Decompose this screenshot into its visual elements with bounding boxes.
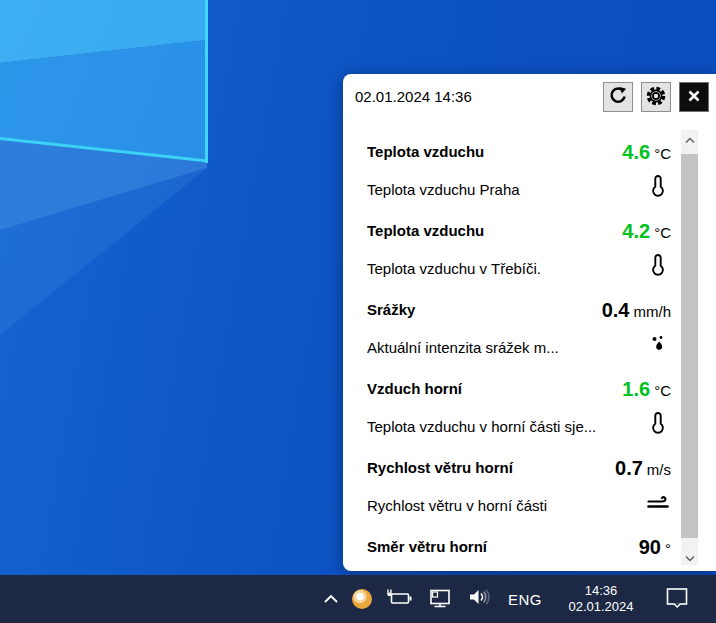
thermometer-icon — [645, 172, 671, 200]
tray-app-icon — [352, 589, 372, 609]
tray-app-button[interactable] — [352, 575, 372, 623]
sensor-row-vzduch-horni: Vzduch horní 1.6°C Teplota vzduchu v hor… — [367, 367, 671, 446]
sensor-row-smer-vetru: Směr větru horní 90° — [367, 525, 671, 571]
tray-show-hidden-icons[interactable] — [323, 575, 339, 623]
scrollbar-up-arrow[interactable] — [681, 130, 698, 147]
chevron-up-icon — [323, 590, 339, 608]
refresh-button[interactable] — [603, 82, 633, 112]
network-icon — [426, 586, 453, 613]
sensor-subtitle: Aktuální intenzita srážek m... — [367, 338, 559, 357]
battery-status[interactable] — [385, 575, 413, 623]
sensor-value-number: 0.4 — [602, 299, 630, 321]
sensor-value: 90° — [639, 536, 671, 559]
sensor-value-number: 4.2 — [622, 220, 650, 242]
sensor-value-unit: °C — [654, 145, 671, 162]
sensor-value-unit: m/s — [647, 461, 671, 478]
sensor-title: Rychlost větru horní — [367, 458, 513, 477]
action-center-button[interactable] — [664, 575, 690, 623]
scrollbar-thumb[interactable] — [681, 154, 698, 538]
taskbar-clock[interactable]: 14:36 02.01.2024 — [563, 575, 639, 623]
refresh-icon — [607, 85, 629, 110]
raindrops-icon — [645, 330, 671, 358]
sensor-value-unit: °C — [654, 224, 671, 241]
sensor-subtitle: Rychlost větru v horní části — [367, 496, 547, 515]
sensor-value: 0.7m/s — [615, 457, 671, 480]
sensor-value-unit: °C — [654, 382, 671, 399]
panel-scrollbar[interactable] — [681, 130, 698, 565]
sensor-value: 0.4mm/h — [602, 299, 671, 322]
sensor-row-srazky: Srážky 0.4mm/h Aktuální intenzita srážek… — [367, 288, 671, 367]
taskbar: ENG 14:36 02.01.2024 — [0, 575, 716, 623]
panel-header-buttons — [603, 82, 709, 112]
settings-button[interactable] — [641, 82, 671, 112]
battery-icon — [385, 586, 413, 612]
close-button[interactable] — [679, 82, 709, 112]
network-status[interactable] — [426, 575, 453, 623]
wind-icon — [645, 488, 671, 516]
action-center-icon — [664, 585, 690, 614]
sensor-subtitle: Teplota vzduchu v Třebíči. — [367, 259, 541, 278]
sensor-title: Vzduch horní — [367, 379, 462, 398]
taskbar-date: 02.01.2024 — [568, 599, 633, 615]
panel-datetime: 02.01.2024 14:36 — [355, 88, 472, 105]
sensor-value: 1.6°C — [622, 378, 671, 401]
sensor-title: Teplota vzduchu — [367, 142, 484, 161]
sensor-row-teplota-trebic: Teplota vzduchu 4.2°C Teplota vzduchu v … — [367, 209, 671, 288]
close-icon — [687, 89, 701, 106]
sensor-value-number: 0.7 — [615, 457, 643, 479]
thermometer-icon — [645, 409, 671, 437]
sensor-subtitle: Teplota vzduchu Praha — [367, 180, 520, 199]
sensor-value-number: 1.6 — [622, 378, 650, 400]
sensor-value-unit: mm/h — [634, 303, 672, 320]
sensor-row-teplota-praha: Teplota vzduchu 4.6°C Teplota vzduchu Pr… — [367, 130, 671, 209]
gear-icon — [644, 84, 668, 111]
sensor-value-unit: ° — [665, 540, 671, 557]
sensor-subtitle: Teplota vzduchu v horní části sje... — [367, 417, 596, 436]
sensor-value-number: 4.6 — [622, 141, 650, 163]
sensor-list: Teplota vzduchu 4.6°C Teplota vzduchu Pr… — [367, 130, 671, 571]
sensor-title: Směr větru horní — [367, 537, 487, 556]
language-indicator[interactable]: ENG — [508, 575, 542, 623]
sensor-value-number: 90 — [639, 536, 661, 558]
sensor-title: Srážky — [367, 300, 415, 319]
sensor-value: 4.2°C — [622, 220, 671, 243]
sensor-title: Teplota vzduchu — [367, 221, 484, 240]
volume-icon — [466, 586, 493, 612]
chevron-down-icon — [685, 548, 695, 566]
wallpaper-edge-vertical — [205, 0, 208, 163]
taskbar-time: 14:36 — [568, 583, 633, 599]
screen: 02.01.2024 14:36 — [0, 0, 716, 623]
chevron-up-icon — [685, 130, 695, 148]
volume-status[interactable] — [466, 575, 493, 623]
thermometer-icon — [645, 251, 671, 279]
weather-widget-panel: 02.01.2024 14:36 — [343, 74, 716, 571]
sensor-row-rychlost-vetru: Rychlost větru horní 0.7m/s Rychlost vět… — [367, 446, 671, 525]
scrollbar-down-arrow[interactable] — [681, 548, 698, 565]
sensor-value: 4.6°C — [622, 141, 671, 164]
